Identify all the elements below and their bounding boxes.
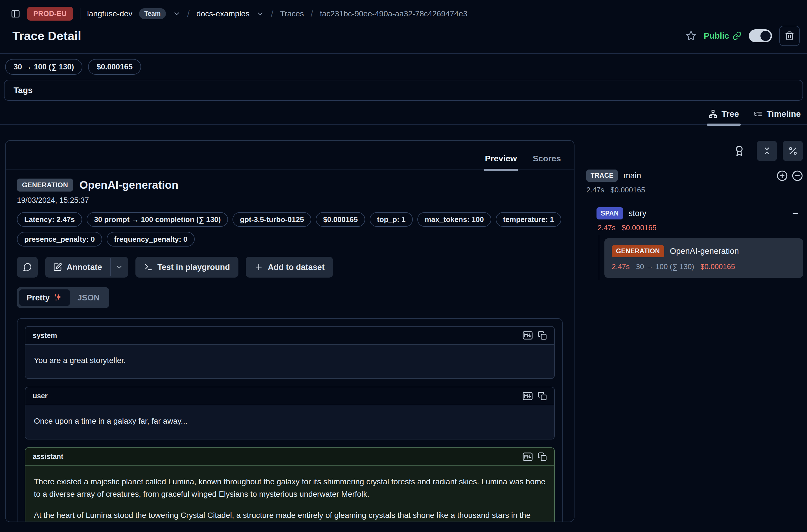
span-cost: $0.000165 xyxy=(622,223,657,232)
tree-connector-line xyxy=(599,235,599,280)
observation-timestamp: 19/03/2024, 15:25:37 xyxy=(17,196,563,205)
comment-bubble-icon xyxy=(23,262,32,272)
copy-icon[interactable] xyxy=(538,452,547,461)
title-row: Trace Detail Public xyxy=(0,23,807,46)
message-body: You are a great storyteller. xyxy=(25,345,554,378)
generation-tokens: 30 → 100 (∑ 130) xyxy=(636,262,694,271)
tree-node-generation-selected[interactable]: GENERATION OpenAI-generation 2.47s 30 → … xyxy=(604,239,803,278)
list-tree-icon xyxy=(754,110,763,118)
breadcrumb-trace-id: fac231bc-90ee-490a-aa32-78c4269474e3 xyxy=(320,9,467,18)
collapse-all-button[interactable] xyxy=(757,141,777,161)
tags-label: Tags xyxy=(14,86,33,95)
observation-detail-card: Preview Scores GENERATION OpenAI-generat… xyxy=(5,140,575,522)
trace-stats: 2.47s $0.000165 xyxy=(586,186,803,194)
message-role-label: system xyxy=(33,331,57,340)
observation-title: OpenAI-generation xyxy=(79,179,178,191)
tab-timeline-label: Timeline xyxy=(767,109,801,119)
message-body: There existed a majestic planet called L… xyxy=(25,466,554,521)
terminal-icon xyxy=(144,263,153,272)
message-header: assistant xyxy=(25,448,554,466)
public-toggle[interactable] xyxy=(749,29,772,42)
span-stats: 2.47s $0.000165 xyxy=(598,223,803,232)
message-header: user xyxy=(25,387,554,405)
message-header: system xyxy=(25,327,554,345)
active-tab-indicator xyxy=(707,124,741,126)
sparkles-icon xyxy=(53,293,63,302)
copy-icon[interactable] xyxy=(538,331,547,340)
tree-node-trace[interactable]: TRACE main xyxy=(586,170,803,182)
metrics-percent-button[interactable] xyxy=(783,141,803,161)
message-assistant: assistantThere existed a majestic planet… xyxy=(25,448,555,521)
markdown-toggle-icon[interactable] xyxy=(523,452,533,461)
trace-name: main xyxy=(623,171,641,180)
span-latency: 2.47s xyxy=(598,223,616,232)
title-actions: Public xyxy=(686,26,800,46)
delete-trace-button[interactable] xyxy=(780,26,800,46)
tab-tree-label: Tree xyxy=(721,109,739,119)
markdown-toggle-icon[interactable] xyxy=(523,331,533,340)
observation-type-badge: GENERATION xyxy=(17,178,73,192)
annotate-label: Annotate xyxy=(67,263,102,272)
percent-icon xyxy=(788,146,798,156)
message-header-icons xyxy=(523,452,547,461)
sidebar-toggle-icon[interactable] xyxy=(11,9,20,19)
tab-scores[interactable]: Scores xyxy=(533,154,561,170)
copy-icon[interactable] xyxy=(538,392,547,401)
format-pretty-segment[interactable]: Pretty xyxy=(19,289,70,306)
trace-cost-pill[interactable]: $0.000165 xyxy=(88,59,141,75)
format-json-segment[interactable]: JSON xyxy=(70,290,107,306)
message-paragraph: There existed a majestic planet called L… xyxy=(34,476,546,501)
observation-pill: Latency: 2.47s xyxy=(17,212,82,227)
annotate-dropdown-button[interactable] xyxy=(111,257,128,278)
breadcrumb-org[interactable]: langfuse-dev xyxy=(87,9,132,18)
trace-row-icons xyxy=(776,170,803,182)
test-in-playground-button[interactable]: Test in playground xyxy=(135,257,239,278)
tab-preview-label: Preview xyxy=(485,154,517,163)
tab-timeline[interactable]: Timeline xyxy=(754,109,801,125)
add-to-dataset-label: Add to dataset xyxy=(268,263,324,272)
add-to-dataset-button[interactable]: Add to dataset xyxy=(246,257,333,278)
annotate-split-button: Annotate xyxy=(45,257,128,278)
generation-badge: GENERATION xyxy=(612,245,664,257)
plus-icon xyxy=(254,263,263,272)
chevron-down-icon xyxy=(116,264,123,271)
trace-token-usage-pill[interactable]: 30 → 100 (∑ 130) xyxy=(5,59,82,75)
comments-button[interactable] xyxy=(17,257,38,278)
breadcrumb-slash: / xyxy=(271,9,273,19)
circle-minus-icon[interactable] xyxy=(792,170,803,182)
award-icon[interactable] xyxy=(734,145,745,156)
org-chevron-down-icon[interactable] xyxy=(173,10,181,18)
markdown-toggle-icon[interactable] xyxy=(523,392,533,401)
message-body: Once upon a time in a galaxy far, far aw… xyxy=(25,405,554,439)
annotate-button[interactable]: Annotate xyxy=(45,257,110,278)
tree-node-span[interactable]: SPAN story − xyxy=(597,207,803,220)
public-link[interactable]: Public xyxy=(704,31,742,41)
message-user: userOnce upon a time in a galaxy far, fa… xyxy=(25,387,555,439)
trace-badge: TRACE xyxy=(586,170,618,182)
span-name: story xyxy=(629,209,646,218)
star-bookmark-icon[interactable] xyxy=(686,31,696,41)
trace-badges-row: 30 → 100 (∑ 130) $0.000165 xyxy=(5,59,807,75)
observation-pill: $0.000165 xyxy=(316,212,365,227)
environment-badge[interactable]: PROD-EU xyxy=(27,7,73,21)
toggle-knob xyxy=(761,31,771,41)
breadcrumb-project[interactable]: docs-examples xyxy=(196,9,249,18)
message-paragraph: Once upon a time in a galaxy far, far aw… xyxy=(34,415,546,428)
test-in-playground-label: Test in playground xyxy=(157,263,230,272)
breadcrumb-traces[interactable]: Traces xyxy=(280,9,304,18)
tab-preview[interactable]: Preview xyxy=(485,154,517,170)
project-chevron-down-icon[interactable] xyxy=(256,10,264,18)
generation-latency: 2.47s xyxy=(612,262,630,271)
trace-cost: $0.000165 xyxy=(611,186,645,194)
message-paragraph: You are a great storyteller. xyxy=(34,354,546,367)
topbar: PROD-EU langfuse-dev Team / docs-example… xyxy=(0,0,807,23)
generation-node-wrap: GENERATION OpenAI-generation 2.47s 30 → … xyxy=(586,239,803,278)
span-collapse-toggle[interactable]: − xyxy=(792,208,799,219)
tags-box[interactable]: Tags xyxy=(4,80,803,101)
circle-plus-icon[interactable] xyxy=(776,170,788,182)
tab-tree[interactable]: Tree xyxy=(709,109,739,125)
observation-pills: Latency: 2.47s30 prompt → 100 completion… xyxy=(17,212,563,247)
message-paragraph: At the heart of Lumina stood the towerin… xyxy=(34,509,546,521)
generation-name: OpenAI-generation xyxy=(670,247,739,256)
format-json-label: JSON xyxy=(77,293,100,302)
